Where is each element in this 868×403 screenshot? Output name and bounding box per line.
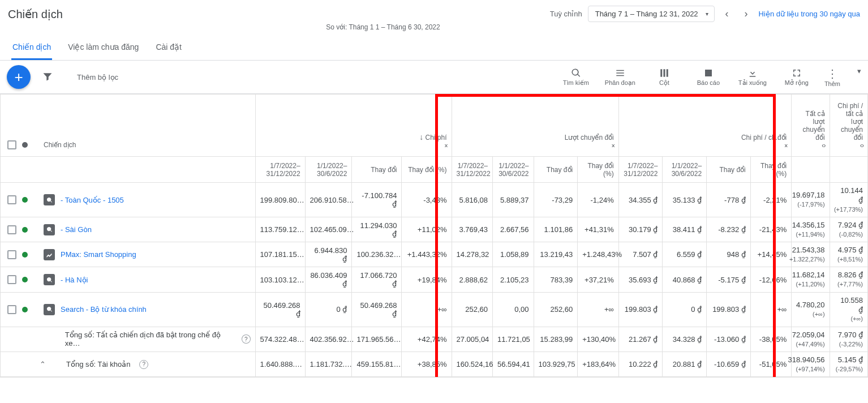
data-cell: 5.145 ₫(-29,57%) — [830, 351, 867, 376]
expand-conv-toggle[interactable]: ›‹ — [457, 142, 614, 149]
total-row: ⌃Tổng số: Tài khoản?1.640.888.…1.181.732… — [1, 351, 868, 376]
data-cell: +∞ — [402, 292, 452, 327]
expand-cpc-toggle[interactable]: ›‹ — [624, 142, 787, 149]
data-cell: +183,64% — [578, 351, 619, 376]
columns-icon — [659, 67, 669, 79]
chevron-up-icon[interactable]: ⌃ — [36, 360, 49, 368]
data-cell: +19,84% — [402, 267, 452, 292]
data-cell: 7.507 ₫ — [618, 242, 663, 267]
column-cost-header[interactable]: Chi phí — [425, 134, 446, 142]
expand-cost-toggle[interactable]: ›‹ — [260, 142, 447, 149]
row-checkbox[interactable] — [7, 305, 16, 314]
data-cell: 30.179 ₫ — [618, 217, 663, 242]
data-cell: 15.283,99 — [534, 327, 578, 351]
row-checkbox[interactable] — [7, 250, 16, 259]
more-tool[interactable]: ⋮Thêm — [824, 67, 840, 87]
filter-icon[interactable] — [42, 71, 53, 84]
status-dot — [22, 252, 28, 258]
campaign-name-link[interactable]: - Sài Gòn — [61, 225, 92, 234]
status-dot — [22, 307, 28, 312]
column-conversions-header[interactable]: Lượt chuyển đổi — [457, 134, 614, 142]
status-dot — [22, 197, 28, 203]
column-all-conv-header[interactable]: Tất cả lượt chuyển đổi — [796, 110, 824, 142]
row-checkbox[interactable] — [7, 195, 16, 204]
prev-period-button[interactable]: ‹ — [720, 7, 734, 21]
help-icon[interactable]: ? — [242, 335, 251, 344]
data-cell: 10.558 ₫(+∞) — [830, 292, 867, 327]
data-cell: 19.697,18(-17,97%) — [792, 183, 830, 217]
data-cell: 199.803 ₫ — [707, 292, 751, 327]
status-dot — [22, 227, 28, 233]
column-campaign-header[interactable]: Chiến dịch — [44, 141, 76, 149]
data-cell: 107.181.15… — [255, 242, 305, 267]
data-cell: 14.356,15(+11,94%) — [792, 217, 830, 242]
campaign-name-link[interactable]: Search - Bộ từ khóa chính — [61, 305, 147, 314]
campaign-name-link[interactable]: - Toàn Quốc - 1505 — [61, 196, 124, 204]
data-cell: 5.816,08 — [452, 183, 493, 217]
data-cell: 34.328 ₫ — [663, 327, 707, 351]
data-cell: 2.667,56 — [493, 217, 534, 242]
data-cell: 102.465.09… — [305, 217, 352, 242]
data-cell: +38,85% — [402, 351, 452, 376]
next-period-button[interactable]: › — [740, 7, 753, 21]
table-row: PMax: Smart Shopping107.181.15…6.944.830… — [1, 242, 868, 267]
date-range-picker[interactable]: Tháng 7 1 – Tháng 12 31, 2022 — [588, 6, 715, 22]
campaign-name-link[interactable]: - Hà Nội — [61, 276, 88, 284]
data-cell: 10.144 ₫(+17,73%) — [830, 183, 867, 217]
search-campaign-icon — [44, 274, 55, 285]
date-mode-label: Tuỳ chỉnh — [550, 10, 582, 18]
table-row: - Hà Nội103.103.12…86.036.409 ₫17.066.72… — [1, 267, 868, 292]
add-campaign-button[interactable]: + — [7, 65, 31, 89]
campaign-name-link[interactable]: PMax: Smart Shopping — [61, 250, 136, 259]
search-tool[interactable]: Tìm kiếm — [560, 67, 592, 87]
segment-icon — [615, 67, 625, 79]
data-cell: 17.066.720 ₫ — [352, 267, 402, 292]
data-cell: 103.103.12… — [255, 267, 305, 292]
data-cell: 6.559 ₫ — [663, 242, 707, 267]
download-tool[interactable]: Tải xuống — [736, 67, 769, 87]
data-cell: -7.100.784 ₫ — [352, 183, 402, 217]
data-cell: +14,45% — [750, 242, 792, 267]
data-cell: 14.278,32 — [452, 242, 493, 267]
data-cell: 11.294.030 ₫ — [352, 217, 402, 242]
data-cell: 7.924 ₫(-0,82%) — [830, 217, 867, 242]
column-cost-all-conv-header[interactable]: Chi phí / tất cả lượt chuyển đổi — [835, 102, 863, 142]
tab-campaigns[interactable]: Chiến dịch — [11, 36, 52, 60]
column-cost-per-conv-header[interactable]: Chi phí / ch.đổi — [624, 134, 787, 142]
data-cell: -38,05% — [750, 327, 792, 351]
data-cell: 50.469.268 ₫ — [255, 292, 305, 327]
row-checkbox[interactable] — [7, 275, 16, 284]
segment-tool[interactable]: Phân đoạn — [604, 67, 637, 87]
data-cell: 4.975 ₫(+8,51%) — [830, 242, 867, 267]
expand-tool[interactable]: Mở rộng — [780, 67, 813, 87]
columns-tool[interactable]: Cột — [648, 67, 681, 87]
download-icon — [747, 67, 758, 79]
data-cell: 100.236.32… — [352, 242, 402, 267]
tab-jobs[interactable]: Việc làm chưa đăng — [67, 36, 140, 60]
status-header-dot — [22, 142, 28, 148]
tab-settings[interactable]: Cài đặt — [154, 36, 183, 60]
data-cell: 1.640.888.… — [255, 351, 305, 376]
data-cell: 38.411 ₫ — [663, 217, 707, 242]
data-cell: 20.881 ₫ — [663, 351, 707, 376]
data-cell: 199.809.80… — [255, 183, 305, 217]
data-cell: 21.543,38+1.322,27%) — [792, 242, 830, 267]
subhead-cpc-change: Thay đổi — [707, 157, 751, 183]
add-filter-input[interactable]: Thêm bộ lọc — [77, 73, 118, 82]
data-cell: 783,39 — [534, 267, 578, 292]
show-30-days-link[interactable]: Hiện dữ liệu trong 30 ngày qua — [759, 10, 860, 18]
select-all-checkbox[interactable] — [7, 140, 16, 149]
data-cell: 5.889,37 — [493, 183, 534, 217]
expand-icon — [792, 67, 802, 79]
campaigns-table: Chiến dịch ↓ Chi phí ›‹ Lượt chuyển đổi … — [0, 94, 868, 377]
expand-costall-toggle[interactable]: ‹ › — [835, 142, 863, 149]
data-cell: 21.267 ₫ — [618, 327, 663, 351]
reports-tool[interactable]: Báo cáo — [692, 67, 725, 86]
data-cell: 1.181.732.… — [305, 351, 352, 376]
sidebar-toggle-icon[interactable]: ▾ — [852, 67, 861, 75]
row-checkbox[interactable] — [7, 225, 16, 234]
expand-allconv-toggle[interactable]: ‹ › — [796, 142, 824, 149]
help-icon[interactable]: ? — [139, 360, 148, 369]
data-cell: 402.356.92… — [305, 327, 352, 351]
subhead-cpc-p2: 1/1/2022–30/6/2022 — [663, 157, 707, 183]
